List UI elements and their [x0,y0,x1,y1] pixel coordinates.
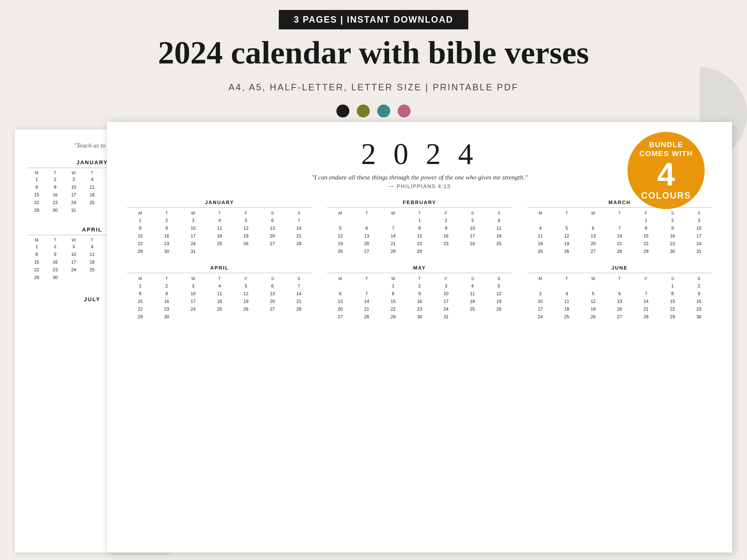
dc: 11 [486,225,512,232]
dc: 14 [633,298,659,305]
dc: 23 [433,240,459,247]
dh: S [259,275,286,282]
dh: T [354,210,380,216]
dc: 5 [553,225,580,232]
dc [553,217,580,224]
dc: 18 [83,191,101,198]
dc: 13 [259,225,286,232]
dc: 7 [354,290,380,297]
dc: 3 [459,217,486,224]
dc: 18 [206,233,233,240]
month-june-header: JUNE [527,265,712,273]
dc: 3 [686,217,712,224]
dc: 17 [527,305,553,313]
dc: 11 [83,184,101,191]
dc: 5 [233,283,259,290]
dc: 22 [27,266,46,273]
dc: 4 [527,225,553,232]
dh: F [633,210,659,216]
dc: 23 [153,240,180,247]
dc: 9 [46,251,64,258]
dh: F [433,210,459,216]
dc: 20 [327,305,353,313]
dh: M [127,210,153,216]
dc: 30 [153,313,180,321]
dc: 3 [65,243,83,250]
dc: 22 [380,305,406,313]
dc: 29 [27,274,46,281]
dc: 12 [233,290,259,297]
dc: 2 [433,217,459,224]
dc [459,313,486,321]
month-april-header: APRIL [127,265,312,273]
dc: 7 [606,225,633,232]
dc: 9 [153,290,180,297]
dc: 16 [406,298,433,305]
dh: T [46,238,64,243]
dc: 6 [259,283,286,290]
dc: 27 [354,248,380,255]
badge-line1: BUNDLE [649,140,683,149]
dc: 3 [180,283,206,290]
dc: 29 [406,248,433,255]
dc: 3 [180,217,206,224]
badge-number: 4 [657,158,675,190]
dc: 15 [27,191,46,198]
month-february-grid: MTWTFSS 1234 567891011 12131415161718 19… [327,210,512,255]
dc: 7 [286,217,312,224]
dc: 22 [127,240,153,247]
dh: T [83,238,101,243]
dc: 29 [127,248,153,255]
dc [553,283,580,290]
dh: T [553,210,580,216]
month-may-grid: MTWTFSS 12345 6789101112 13141516171819 … [327,275,512,321]
dc: 7 [633,290,659,297]
dh: M [327,275,353,282]
dc: 21 [286,298,312,305]
dc: 17 [65,191,83,198]
dc: 15 [406,233,433,240]
dc: 26 [580,313,606,321]
dc: 15 [127,298,153,305]
dc: 3 [65,176,83,183]
dc: 1 [659,283,686,290]
dc: 28 [286,305,312,313]
dc: 20 [606,305,633,313]
dc: 27 [580,248,606,255]
dc: 2 [46,176,64,183]
dh: M [127,275,153,282]
dc: 23 [659,240,686,247]
dc: 25 [206,305,233,313]
dc: 6 [354,225,380,232]
dc: 8 [380,290,406,297]
dc: 7 [286,283,312,290]
dc: 20 [259,298,286,305]
dc: 29 [380,313,406,321]
dc [206,313,233,321]
dh: M [327,210,353,216]
dc: 22 [406,240,433,247]
dc: 18 [527,240,553,247]
dc: 16 [659,233,686,240]
dc: 24 [433,305,459,313]
dc: 4 [83,243,101,250]
dc: 5 [327,225,353,232]
dc: 2 [153,217,180,224]
dc [233,313,259,321]
dc [354,283,380,290]
dc: 30 [659,248,686,255]
dc: 2 [153,283,180,290]
dc: 10 [65,184,83,191]
dc: 16 [46,259,64,266]
dc [180,313,206,321]
dc: 9 [433,225,459,232]
dc: 12 [486,290,512,297]
dc: 17 [433,298,459,305]
dc: 16 [433,233,459,240]
month-april: APRIL MTWTFSS 1234567 891011121314 15161… [127,265,312,321]
dc: 26 [233,305,259,313]
month-march: MARCH MTWTFSS 123 45678910 1112131415161… [527,199,712,255]
dc [83,274,101,281]
dc [83,207,101,214]
dc [259,248,286,255]
